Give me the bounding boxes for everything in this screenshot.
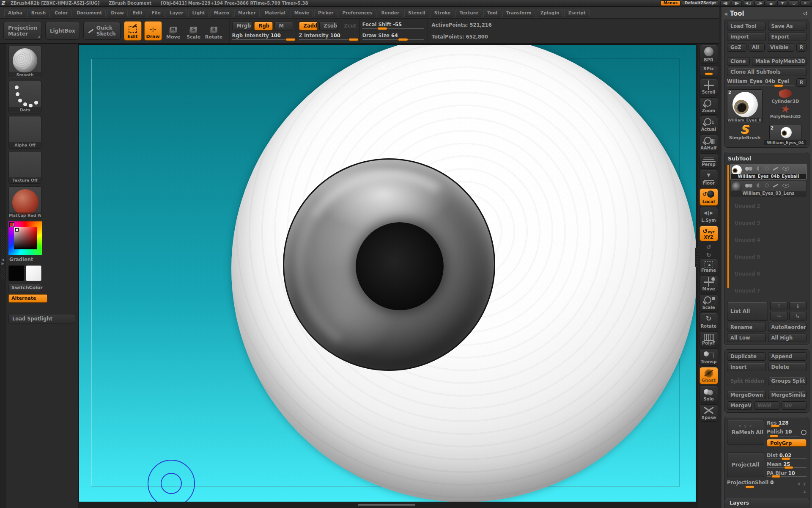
secondary-color-swatch[interactable] [26,265,41,281]
menu-edit[interactable]: Edit [129,9,146,17]
menu-preferences[interactable]: Preferences [339,9,376,17]
tray-divider[interactable]: ◀▶ [0,44,5,508]
zadd-button[interactable]: Zadd [299,22,318,30]
color-picker[interactable] [8,221,42,255]
current-brush-thumb[interactable]: Smooth [8,46,41,78]
menu-layer[interactable]: Layer [166,9,187,17]
menu-document[interactable]: Document [73,9,106,17]
duplicate-button[interactable]: Duplicate [727,352,766,361]
lightbox-button[interactable]: LightBox [45,22,80,40]
dist-slider[interactable]: Dist 0.02 [767,453,807,459]
polypaint-icon[interactable] [745,167,753,171]
subtool-slot-unused[interactable]: Unused 3 [730,215,807,232]
strip-solo-button[interactable]: Solo [700,386,718,403]
menu-picker[interactable]: Picker [314,9,337,17]
zsub-button[interactable]: Zsub [319,22,338,30]
visibility-icon[interactable] [782,184,789,188]
groups-split-button[interactable]: Groups Split [768,377,807,385]
menu-draw[interactable]: Draw [107,9,128,17]
document-canvas[interactable] [78,44,696,502]
strip-l-sym-button[interactable]: L.Sym [700,207,718,224]
switch-color-button[interactable]: SwitchColor [8,284,41,292]
m-button[interactable]: M [274,22,293,30]
shading-icon[interactable] [757,166,761,171]
menu-alpha[interactable]: Alpha [4,9,26,17]
quick-sketch-button[interactable]: Quick Sketch [83,22,121,40]
subtool-slot-unused[interactable]: Unused 2 [730,198,807,215]
subtool-scroll-indicator[interactable] [727,165,729,288]
subtool-slot-unused[interactable]: Unused 7 [730,282,807,299]
polypaint-icon[interactable] [745,184,753,188]
focal-shift-slider[interactable]: Focal Shift -55 [362,22,424,29]
collapse-arrow-icon[interactable]: ◀ [724,11,727,16]
menu-texture[interactable]: Texture [455,9,482,17]
polish-slider[interactable]: Polish 10 [767,429,799,437]
menu-zplugin[interactable]: Zplugin [537,9,563,17]
strip-bpr-button[interactable]: BPR [700,45,718,64]
spix-slider[interactable] [701,72,717,76]
visibility-icon[interactable] [782,167,789,171]
canvas-splitter-grip[interactable] [695,248,698,267]
subtool-slot-unused[interactable]: Unused 4 [730,232,807,248]
strip-transp-button[interactable]: Transp [700,348,718,366]
subtool-slot-unused[interactable]: Unused 6 [730,265,807,282]
menus-button[interactable]: Menus [661,0,680,6]
cascade-right-icon[interactable]: ❏▶ [754,0,765,6]
delete-button[interactable]: Delete [768,363,807,371]
menu-stroke[interactable]: Stroke [431,9,455,17]
menu-tool[interactable]: Tool [483,9,501,17]
autoreorder-button[interactable]: AutoReorder [768,323,807,331]
move-button[interactable]: M Move [165,21,182,41]
move-up-button[interactable]: ↑ [770,302,788,310]
scroll-left-icon[interactable]: ◀▮ [720,0,730,6]
projection-master-button[interactable]: Projection Master [3,22,42,40]
strip-move-button[interactable]: Move [700,276,718,293]
minimize-icon[interactable]: ▼ [777,0,787,6]
difference-icon[interactable] [765,166,769,171]
menu-stencil[interactable]: Stencil [404,9,429,17]
mrgb-button[interactable]: Mrgb [232,22,252,30]
projectionshell-slider[interactable]: ProjectionShell 0 [727,480,792,488]
draw-size-slider[interactable]: Draw Size 64 [362,33,424,40]
strip-aahalf-button[interactable]: AAHalf [700,135,718,152]
rotate-button[interactable]: R Rotate [205,21,223,41]
strip-ghost-button[interactable]: Ghost [700,367,718,384]
strip-spix-button[interactable]: SPix [700,65,718,77]
export-button[interactable]: Export [768,33,807,41]
lock-icon[interactable]: ▄ [766,0,776,6]
subtool-item[interactable]: William_Eyes_04b_Eyeball [730,164,807,180]
menu-zscript[interactable]: Zscript [564,9,589,17]
active-tool-slider[interactable]: William_Eyes_04b_Eyel [727,78,794,86]
strip-frame-button[interactable]: Frame [700,259,718,274]
sv-cursor[interactable] [15,228,19,232]
alternate-button[interactable]: Alternate [8,294,47,303]
strip-rotz-button[interactable] [700,251,718,259]
strip-scale-button[interactable]: Scale [700,294,718,312]
goz-button[interactable]: GoZ [727,43,746,52]
list-all-button[interactable]: List All [727,302,768,321]
polymesh3d-tool[interactable]: ★ PolyMesh3D [764,105,807,119]
jump-up-button[interactable]: ↪ [770,312,788,320]
subtool-slot-unused[interactable]: Unused 5 [730,248,807,265]
current-material-thumb[interactable]: MatCap Red Wa [8,186,41,219]
cylinder3d-tool[interactable]: Cylinder3D [764,89,807,104]
make-polymesh3d-button[interactable]: Make PolyMesh3D [752,57,807,66]
weld-button[interactable]: Weld [754,401,779,410]
tray-grip[interactable] [1,230,5,281]
z-intensity-slider[interactable]: Z Intensity 100 [299,33,357,40]
strip-local-button[interactable]: Local [700,188,718,206]
mergevisible-button[interactable]: MergeVisible [727,401,752,410]
menu-movie[interactable]: Movie [291,9,313,17]
menu-file[interactable]: File [148,9,165,17]
scale-button[interactable]: S Scale [185,21,203,41]
subtool-header[interactable]: SubTool [728,155,807,162]
zcut-button[interactable]: Zcut [340,22,358,30]
goz-visible-button[interactable]: Visible [767,43,794,52]
bottom-scrollbar-track[interactable] [78,502,698,508]
current-texture-thumb[interactable]: Texture Off [8,151,41,184]
sculpt-icon[interactable] [773,183,779,188]
goz-all-button[interactable]: All [749,43,765,52]
menu-render[interactable]: Render [378,9,403,17]
strip-scroll-button[interactable]: Scroll [700,79,718,96]
current-stroke-thumb[interactable]: Dots [8,81,41,113]
